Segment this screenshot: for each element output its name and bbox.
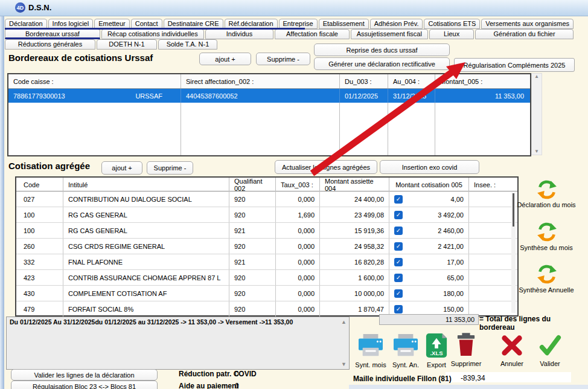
summary-textarea[interactable]: Du 01/12/2025 Au 31/12/2025du 01/12/2025… [6, 317, 350, 370]
cell-qualifiant: 921 [229, 254, 276, 269]
cell-organisme: URSSAF [135, 92, 176, 100]
cell-code: 027 [16, 191, 63, 207]
tab-individus[interactable]: Individus [205, 29, 274, 39]
scroll-up-icon[interactable]: ▲ [534, 74, 539, 80]
scroll-up-icon[interactable]: ▲ [341, 319, 347, 325]
row-checkbox[interactable] [394, 227, 403, 235]
bordereaux-row-selected[interactable]: 78861779300013 URSSAF 44045387600052 01/… [8, 89, 530, 103]
bordereaux-add-button[interactable]: ajout + [199, 53, 251, 65]
cotisation-row[interactable]: 332FNAL PLAFONNE9210,00016 820,2817,00 [16, 254, 517, 270]
col-qualifiant: Qualifiant 002 [229, 178, 276, 192]
regularisation-complements-button[interactable]: Régularisation Compléments 2025 [454, 58, 575, 72]
cell-assiette: 24 400,00 [320, 191, 389, 207]
cotisation-delete-button[interactable]: Supprime - [147, 161, 193, 175]
tab-lieux[interactable]: Lieux [429, 29, 474, 39]
col-assiette: Montant assiette 004 [320, 178, 389, 192]
reduction-covid-label: Réduction patr. COVID [179, 370, 257, 378]
scroll-down-icon[interactable]: ▼ [341, 361, 347, 367]
bordereaux-delete-button[interactable]: Supprime - [256, 53, 310, 65]
declaration-du-mois-label: Déclaration du mois [506, 201, 587, 208]
tab-cotisations-ets[interactable]: Cotisations ETS [424, 19, 480, 29]
cell-cotisation: 65,00 [389, 270, 469, 285]
cell-montant: 11 353,00 [435, 89, 530, 103]
cell-assiette: 16 820,28 [320, 254, 389, 269]
tab-affectation-fiscale[interactable]: Affectation fiscale [275, 29, 349, 39]
regulaisation-bloc-button[interactable]: Régulaisation Bloc 23 <-> Blocs 81 [11, 381, 158, 389]
cotisation-row[interactable]: 027CONTRIBUTION AU DIALOGUE SOCIAL9200,0… [16, 191, 517, 207]
cell-code: 100 [16, 207, 63, 222]
cotisation-section-title: Cotisation agrégée [8, 161, 90, 171]
supprimer-label: Supprimer [451, 360, 482, 367]
cotisation-row[interactable]: 423CONTRIB ASSURANCE CHOMAGE APPREN 87 L… [16, 270, 517, 286]
row-checkbox[interactable] [394, 242, 403, 251]
cell-cotisation-value: 2 460,00 [438, 227, 464, 234]
declaration-du-mois-button[interactable] [535, 179, 559, 201]
cell-intitule: FNAL PLAFONNE [63, 254, 229, 269]
tab-etablissement[interactable]: Etablissement [319, 19, 369, 29]
tab-r-cap-cotisations-individuelles[interactable]: Récap cotisations individuelles [101, 29, 204, 39]
row-checkbox[interactable] [394, 305, 403, 313]
actualiser-lignes-button[interactable]: Actualiser les lignes agrégées [275, 160, 377, 174]
synthese-annuelle-label: Synthèse Annuelle [506, 286, 587, 294]
cell-cotisation: 4,00 [389, 191, 469, 207]
summary-text: Du 01/12/2025 Au 31/12/2025du 01/12/2025… [7, 317, 349, 327]
cotisation-table-header: Code Intitulé Qualifiant 002 Taux_003 : … [16, 178, 517, 191]
synthese-annuelle-button[interactable] [535, 263, 559, 285]
cotisation-table-body: 027CONTRIBUTION AU DIALOGUE SOCIAL9200,0… [16, 191, 517, 317]
row-checkbox[interactable] [394, 274, 403, 282]
tab-adh-sion-pr-v[interactable]: Adhésion Prév. [370, 19, 423, 29]
cotisation-row[interactable]: 430COMPLEMENT COTISATION AF9200,00010 00… [16, 286, 517, 301]
row-checkbox[interactable] [394, 258, 403, 266]
reprise-ducs-button[interactable]: Reprise des ducs urssaf [314, 43, 450, 56]
insertion-exo-covid-button[interactable]: Insertion exo covid [380, 160, 479, 174]
export-xls-button[interactable]: .XLS Export [423, 333, 450, 368]
row-checkbox[interactable] [394, 211, 403, 219]
tab-row-2: Bordereaux urssafRécap cotisations indiv… [5, 29, 574, 39]
cell-intitule: COMPLEMENT COTISATION AF [63, 286, 229, 301]
check-icon [537, 334, 563, 359]
cotisation-row[interactable]: 260CSG CRDS REGIME GENERAL9200,00024 958… [16, 239, 517, 254]
total-bordereau-field[interactable]: 11 353,00 [379, 314, 479, 325]
cell-intitule: FORFAIT SOCIAL 8% [63, 301, 229, 317]
annuler-button[interactable]: Annuler [496, 334, 528, 367]
scrollbar-thumb[interactable] [513, 193, 514, 227]
cell-cotisation: 2 421,00 [389, 239, 469, 254]
tab-r-ductions-g-n-rales[interactable]: Réductions générales [5, 39, 95, 50]
synt-an-button[interactable]: Synt. An. [389, 334, 423, 368]
cell-cotisation: 17,00 [389, 254, 469, 269]
tab-row-3: Réductions généralesDOETH N-1Solde T.A. … [5, 39, 217, 50]
cotisation-add-button[interactable]: ajout + [101, 161, 142, 175]
window-title: D.S.N. [28, 3, 51, 12]
cotisation-row[interactable]: 100RG CAS GENERAL9201,69023 499,083 492,… [16, 207, 517, 223]
scroll-down-icon[interactable]: ▼ [534, 149, 539, 155]
app-logo-4d-icon: 4D [15, 2, 25, 13]
cell-qualifiant: 920 [229, 207, 276, 222]
tab-assujetissement-fiscal[interactable]: Assujetissement fiscal [351, 29, 428, 39]
tab-versements-aux-organismes[interactable]: Versements aux organismes [481, 19, 574, 29]
cotisation-table-scrollbar[interactable] [511, 192, 516, 313]
cell-cotisation: 2 460,00 [389, 223, 469, 238]
bordereaux-table-scrollbar[interactable]: ▲ ▼ [531, 73, 542, 155]
declaration-rectificative-button[interactable]: Générer une déclaration rectificative [314, 57, 450, 70]
tab-solde-t-a-n-1[interactable]: Solde T.A. N-1 [158, 39, 217, 50]
tab-bordereaux-urssaf[interactable]: Bordereaux urssaf [5, 29, 100, 39]
row-checkbox[interactable] [394, 289, 403, 298]
bordereaux-table: Code caisse : Sirect affectation_002 : D… [7, 73, 531, 156]
row-checkbox[interactable] [394, 195, 403, 204]
valider-button[interactable]: Valider [535, 334, 565, 367]
synthese-du-mois-button[interactable] [535, 221, 559, 243]
synthese-du-mois-label: Synthèse du mois [506, 244, 587, 251]
valider-lignes-button[interactable]: Valider les lignes de la déclaration [11, 369, 158, 381]
cotisation-table: Code Intitulé Qualifiant 002 Taux_003 : … [15, 176, 519, 317]
cotisation-row[interactable]: 100RG CAS GENERAL9210,00015 919,362 460,… [16, 223, 517, 239]
tab-g-n-ration-du-fichier[interactable]: Génération du fichier [475, 29, 574, 39]
cell-code-caisse: 78861779300013 URSSAF [8, 89, 181, 103]
cell-assiette: 10 000,00 [320, 286, 389, 301]
reduction-covid-value: 0 [235, 370, 239, 378]
aide-paiement-label: Aide au paiement [179, 382, 238, 389]
tab-doeth-n-1[interactable]: DOETH N-1 [97, 39, 157, 50]
svg-text:.XLS: .XLS [430, 350, 443, 356]
cell-cotisation: 3 492,00 [389, 207, 469, 222]
supprimer-button[interactable]: Supprimer [451, 333, 481, 367]
synt-mois-button[interactable]: Synt. mois [354, 334, 388, 368]
